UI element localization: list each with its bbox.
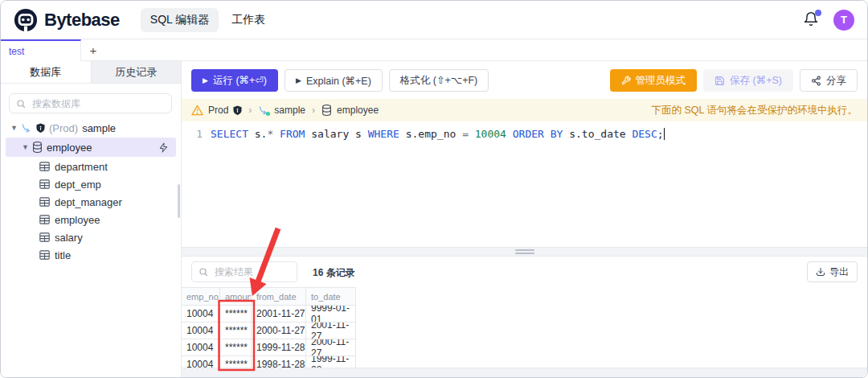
table-icon bbox=[39, 232, 50, 242]
record-count: 16 条记录 bbox=[313, 266, 355, 280]
sidebar-scrollbar[interactable] bbox=[178, 184, 180, 218]
play-icon: ▶ bbox=[296, 76, 301, 84]
table-icon bbox=[39, 197, 50, 207]
notification-bell-icon[interactable] bbox=[803, 11, 821, 29]
instance-env-prefix: (Prod) bbox=[49, 122, 78, 134]
results-search-input[interactable] bbox=[213, 265, 297, 278]
instance-icon bbox=[258, 105, 269, 116]
results-footer-strip bbox=[182, 368, 867, 377]
results-panel: 16 条记录 导出 emp_no amount from_date to_dat… bbox=[182, 257, 867, 377]
tree-instance-row[interactable]: ▼ (Prod) sample bbox=[1, 119, 181, 137]
share-button[interactable]: 分享 bbox=[800, 69, 858, 92]
search-icon bbox=[199, 267, 208, 277]
warning-triangle-icon bbox=[191, 105, 203, 116]
table-row[interactable]: 10004 ****** 2000-11-27 2001-11-27 bbox=[182, 323, 356, 339]
line-number: 1 bbox=[182, 128, 203, 140]
run-button[interactable]: ▶ 运行 (⌘+⏎) bbox=[191, 69, 278, 92]
admin-mode-button[interactable]: 管理员模式 bbox=[610, 69, 698, 92]
table-row[interactable]: 10004 ****** 1999-11-28 2000-11-27 bbox=[182, 339, 356, 356]
environment-shield-icon bbox=[233, 105, 242, 115]
table-row[interactable]: 10004 ****** 2001-11-27 9999-01-01 bbox=[182, 306, 356, 323]
breadcrumb-separator: › bbox=[247, 105, 253, 116]
bytebase-logo-icon bbox=[14, 8, 38, 32]
format-button-label: 格式化 (⇧+⌥+F) bbox=[400, 74, 477, 88]
connection-context-bar: Prod › sample › employee 下面的 SQL 语句将会在受保… bbox=[182, 99, 867, 121]
tree-table-salary[interactable]: salary bbox=[1, 228, 181, 246]
database-tree: ▼ (Prod) sample ▼ e bbox=[1, 119, 181, 264]
tree-table-dept-manager[interactable]: dept_manager bbox=[1, 193, 181, 211]
breadcrumb-database[interactable]: employee bbox=[337, 105, 379, 116]
table-name: dept_manager bbox=[55, 196, 122, 208]
tree-table-department[interactable]: department bbox=[1, 158, 181, 175]
explain-button[interactable]: ▶ Explain (⌘+E) bbox=[285, 69, 383, 92]
tree-database-row-selected[interactable]: ▼ employee bbox=[6, 138, 176, 157]
database-icon bbox=[321, 105, 332, 116]
database-name: employee bbox=[47, 142, 92, 154]
save-button-label: 保存 (⌘+S) bbox=[730, 74, 782, 88]
sql-code-line: 1SELECT s.* FROM salary s WHERE s.emp_no… bbox=[182, 121, 867, 140]
top-nav: SQL 编辑器 工作表 bbox=[141, 8, 273, 32]
database-search[interactable] bbox=[9, 93, 172, 113]
editor-toolbar: ▶ 运行 (⌘+⏎) ▶ Explain (⌘+E) 格式化 (⇧+⌥+F) 管… bbox=[182, 62, 867, 99]
export-button-label: 导出 bbox=[829, 265, 849, 279]
tab-databases[interactable]: 数据库 bbox=[1, 61, 92, 83]
sidebar-tabs: 数据库 历史记录 bbox=[1, 61, 181, 84]
table-name: salary bbox=[55, 232, 83, 244]
notification-dot bbox=[815, 10, 821, 16]
play-icon: ▶ bbox=[203, 76, 208, 84]
bytebase-logo[interactable]: Bytebase bbox=[14, 8, 120, 32]
table-icon bbox=[39, 215, 50, 224]
format-button[interactable]: 格式化 (⇧+⌥+F) bbox=[389, 69, 489, 92]
run-button-label: 运行 (⌘+⏎) bbox=[213, 74, 267, 88]
add-worksheet-button[interactable]: + bbox=[81, 39, 105, 61]
text-cursor bbox=[664, 128, 665, 140]
instance-name: sample bbox=[82, 122, 116, 134]
save-button[interactable]: 保存 (⌘+S) bbox=[703, 69, 793, 92]
column-header[interactable]: emp_no bbox=[182, 288, 220, 305]
search-icon bbox=[16, 99, 26, 109]
table-icon bbox=[39, 162, 50, 171]
table-name: title bbox=[55, 249, 71, 261]
breadcrumb-separator: › bbox=[310, 105, 317, 116]
column-header[interactable]: to_date bbox=[306, 288, 356, 305]
protected-env-warning: 下面的 SQL 语句将会在受保护的环境中执行。 bbox=[652, 104, 858, 117]
caret-down-icon: ▼ bbox=[22, 143, 28, 151]
nav-worksheet[interactable]: 工作表 bbox=[223, 8, 273, 32]
table-name: employee bbox=[55, 214, 100, 226]
sql-editor[interactable]: 1SELECT s.* FROM salary s WHERE s.emp_no… bbox=[182, 121, 867, 247]
share-icon bbox=[811, 76, 821, 86]
header-right: T bbox=[803, 10, 854, 31]
sidebar: 数据库 历史记录 ▼ (Prod) bbox=[1, 61, 182, 377]
tree-table-employee[interactable]: employee bbox=[1, 211, 181, 228]
breadcrumb-environment[interactable]: Prod bbox=[208, 105, 228, 116]
explain-button-label: Explain (⌘+E) bbox=[306, 75, 371, 87]
table-icon bbox=[39, 179, 50, 189]
tree-table-title[interactable]: title bbox=[1, 246, 181, 264]
result-table-header: emp_no amount from_date to_date bbox=[182, 288, 356, 306]
column-header[interactable]: from_date bbox=[252, 288, 306, 305]
quick-query-bolt-icon[interactable] bbox=[159, 142, 168, 153]
panel-resize-handle[interactable] bbox=[182, 247, 867, 257]
nav-sql-editor[interactable]: SQL 编辑器 bbox=[141, 8, 219, 32]
table-name: dept_emp bbox=[55, 179, 101, 191]
worksheet-tabbar: test + bbox=[1, 39, 867, 61]
instance-icon bbox=[21, 122, 32, 134]
results-header: 16 条记录 导出 bbox=[182, 257, 867, 287]
table-name: department bbox=[55, 161, 108, 173]
results-search[interactable] bbox=[191, 261, 297, 282]
export-button[interactable]: 导出 bbox=[807, 261, 858, 282]
database-search-input[interactable] bbox=[31, 97, 171, 110]
worksheet-tab-test[interactable]: test bbox=[1, 39, 81, 61]
breadcrumb-instance[interactable]: sample bbox=[274, 105, 305, 116]
top-header: Bytebase SQL 编辑器 工作表 T bbox=[1, 1, 867, 39]
download-icon bbox=[816, 267, 825, 277]
wrench-icon bbox=[621, 76, 631, 85]
table-icon bbox=[39, 250, 50, 260]
logo-text: Bytebase bbox=[44, 10, 120, 31]
tab-history[interactable]: 历史记录 bbox=[92, 61, 182, 83]
app-window: Bytebase SQL 编辑器 工作表 T test + 数据库 历史记录 bbox=[0, 0, 868, 378]
tree-table-dept-emp[interactable]: dept_emp bbox=[1, 175, 181, 193]
user-avatar[interactable]: T bbox=[833, 10, 854, 31]
column-header[interactable]: amount bbox=[220, 288, 252, 305]
database-icon bbox=[32, 142, 43, 153]
